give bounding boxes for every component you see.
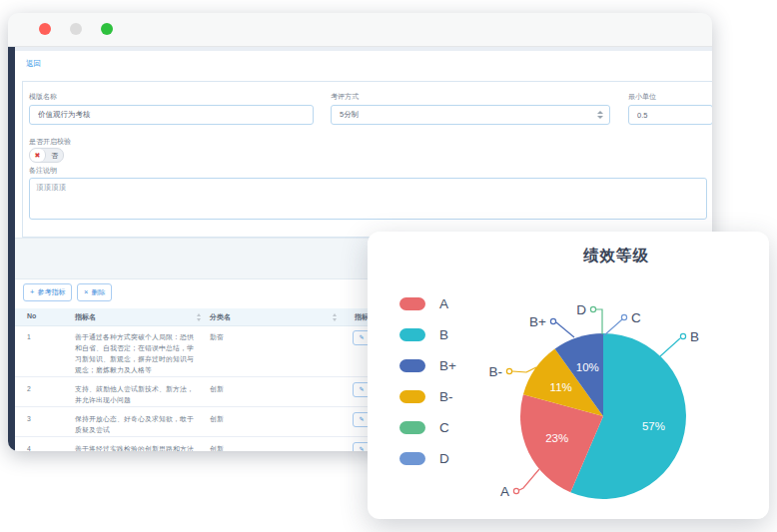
delete-label: 删除 xyxy=(91,287,105,297)
callout-label-B: B xyxy=(690,329,699,344)
back-link[interactable]: 返回 xyxy=(26,59,41,69)
toggle-off-x-icon: ✖ xyxy=(30,149,46,162)
row-no: 2 xyxy=(27,383,31,394)
callout-label-B-: B- xyxy=(489,364,503,379)
row-name: 善于将经过实践检验的创新思路和方法文字化、制度化，纳入日常工作流程 xyxy=(75,443,197,451)
callout-dot-D xyxy=(590,306,595,311)
window-titlebar xyxy=(8,13,712,47)
callout-line-B- xyxy=(512,367,536,372)
row-no: 1 xyxy=(27,331,31,342)
callout-label-A: A xyxy=(500,484,509,499)
col-extra: 指标 xyxy=(355,312,369,322)
callout-line-B xyxy=(660,338,680,356)
row-name: 保持开放心态、好奇心及求知欲，敢于质疑及尝试 xyxy=(75,413,197,435)
callout-dot-B- xyxy=(506,368,511,373)
row-name: 支持、鼓励他人尝试新技术、新方法，并允许出现小问题 xyxy=(75,383,197,405)
template-form: 模版名称 考评方式 5分制 最小单位 是否开启校验 ✖ 否 备注说明 xyxy=(22,81,712,238)
template-name-input[interactable] xyxy=(29,105,314,125)
slice-percent-label: 10% xyxy=(576,361,599,373)
close-button[interactable] xyxy=(39,23,51,35)
sort-category-icon[interactable] xyxy=(333,313,338,321)
row-category: 勤奋 xyxy=(210,331,224,342)
min-unit-input[interactable] xyxy=(628,105,712,125)
toggle-state-label: 否 xyxy=(46,149,63,162)
remark-textarea[interactable]: 顶顶顶顶 xyxy=(29,178,707,220)
add-indicator-button[interactable]: + 参考指标 xyxy=(23,283,72,301)
zoom-button[interactable] xyxy=(101,23,113,35)
col-category: 分类名 xyxy=(210,312,231,322)
pie-chart: 57%23%11%10%BB+B-ADC xyxy=(368,232,769,519)
row-no: 4 xyxy=(27,443,31,451)
callout-dot-C xyxy=(621,314,626,319)
callout-label-B+: B+ xyxy=(529,314,546,329)
callout-dot-A xyxy=(513,488,518,493)
screenshot-stage: 返回 模版名称 考评方式 5分制 最小单位 是否开启校验 ✖ 否 xyxy=(0,0,777,532)
remark-label: 备注说明 xyxy=(29,166,57,176)
callout-line-D xyxy=(596,309,602,334)
col-no: No xyxy=(27,312,36,319)
verify-label: 是否开启校验 xyxy=(29,137,71,147)
callout-dot-B+ xyxy=(550,318,555,323)
eval-method-select[interactable]: 5分制 xyxy=(331,105,610,125)
min-unit-label: 最小单位 xyxy=(628,92,656,102)
col-name: 指标名 xyxy=(75,312,96,322)
eval-method-label: 考评方式 xyxy=(331,92,359,102)
slice-percent-label: 11% xyxy=(550,381,572,393)
callout-label-D: D xyxy=(576,302,586,317)
callout-line-B+ xyxy=(556,322,574,337)
plus-icon: + xyxy=(30,288,34,296)
add-indicator-label: 参考指标 xyxy=(37,287,65,297)
select-caret-icon xyxy=(597,111,603,121)
slice-percent-label: 57% xyxy=(642,420,665,432)
callout-dot-B xyxy=(680,333,685,338)
row-no: 3 xyxy=(27,413,31,424)
performance-chart-card: 绩效等级 ABB+B-CD 57%23%11%10%BB+B-ADC xyxy=(368,232,769,519)
template-name-label: 模版名称 xyxy=(29,92,57,102)
sidebar-sliver xyxy=(8,47,15,451)
minimize-button[interactable] xyxy=(70,23,82,35)
row-name: 善于通过各种方式突破个人局限：恐惧和自省、自我否定；在错误中总结，学习新知识、新… xyxy=(75,331,197,375)
close-x-icon: × xyxy=(84,288,88,296)
callout-line-A xyxy=(519,469,539,490)
verify-toggle[interactable]: ✖ 否 xyxy=(29,148,64,163)
row-category: 创新 xyxy=(210,383,224,394)
row-category: 创新 xyxy=(210,443,224,451)
sort-name-icon[interactable] xyxy=(197,313,202,321)
callout-label-C: C xyxy=(631,310,641,325)
row-category: 创新 xyxy=(210,413,224,424)
eval-method-value: 5分制 xyxy=(340,110,359,119)
callout-line-C xyxy=(604,319,622,335)
delete-button[interactable]: × 删除 xyxy=(77,283,112,301)
slice-percent-label: 23% xyxy=(545,432,568,444)
